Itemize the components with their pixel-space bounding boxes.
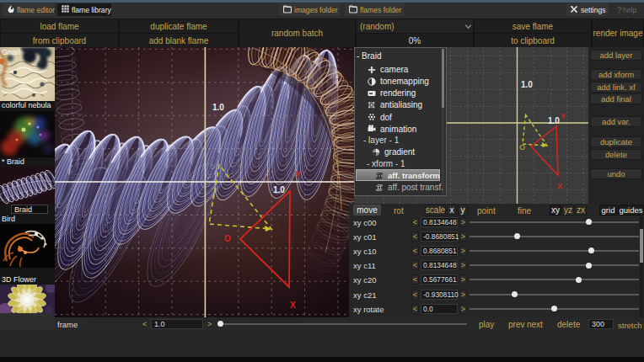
svg-text:Y: Y xyxy=(561,112,566,120)
svg-text:1.0: 1.0 xyxy=(273,185,285,194)
svg-text:?: ? xyxy=(616,5,622,14)
svg-text:1.0: 1.0 xyxy=(521,80,533,89)
svg-text:O: O xyxy=(224,234,231,243)
svg-text:Gnarl: Gnarl xyxy=(2,48,20,56)
svg-text:X: X xyxy=(290,301,296,310)
svg-text:O: O xyxy=(519,143,525,152)
svg-text:1.0: 1.0 xyxy=(548,116,560,125)
svg-text:X: X xyxy=(557,182,562,190)
svg-text:Y: Y xyxy=(295,170,301,179)
svg-text:1.0: 1.0 xyxy=(212,103,224,112)
